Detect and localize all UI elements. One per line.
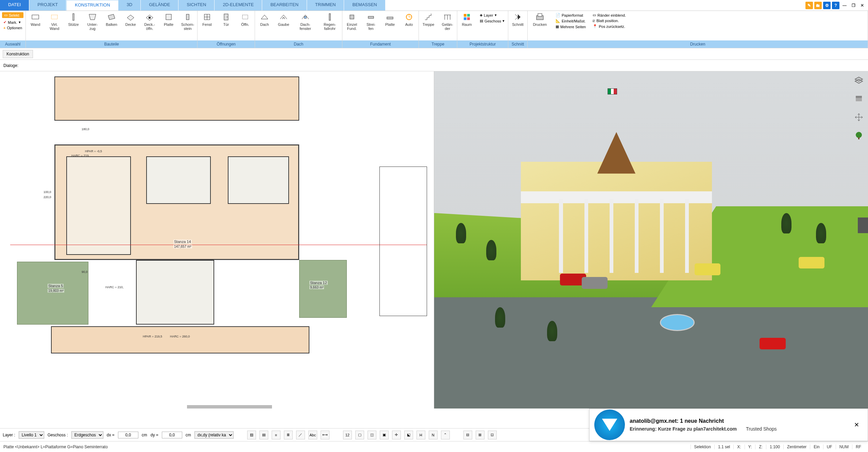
drucken-button[interactable]: Drucken	[528, 11, 552, 40]
tool-row-grid[interactable]: ⊞	[476, 431, 484, 439]
window-close-icon[interactable]: ✕	[858, 2, 866, 9]
menu-tab-2d[interactable]: 2D-ELEMENTE	[215, 0, 262, 11]
fundplatte-button[interactable]: Platte	[380, 11, 399, 40]
tool-snap-sq3[interactable]: ▣	[380, 431, 389, 439]
balken-icon	[107, 12, 116, 22]
dachfenster-button[interactable]: Dach-fenster	[293, 11, 318, 40]
horizontal-scrollbar[interactable]	[187, 405, 272, 408]
tool-dim-icon[interactable]: ⟷	[321, 431, 329, 439]
platte-button[interactable]: Platte	[159, 11, 178, 40]
dach-button[interactable]: Dach	[255, 11, 274, 40]
schornstein-button[interactable]: Schorn-stein	[178, 11, 197, 40]
konstruktion-chip[interactable]: Konstruktion	[3, 50, 33, 58]
fundauto-button[interactable]: Auto	[399, 11, 419, 40]
decke-button[interactable]: Decke	[121, 11, 140, 40]
floorplan-viewport[interactable]: Stanza 14 147,657 m² Stanza 5 19,803 m² …	[0, 71, 434, 408]
stuetze-button[interactable]: Stütze	[64, 11, 83, 40]
stanza12-area: 9,663 m²	[309, 285, 324, 289]
deckoeffn-button[interactable]: Deck.-öffn.	[140, 11, 159, 40]
quick-help-icon[interactable]: ?	[832, 2, 839, 9]
tool-text-icon[interactable]: Abc	[308, 431, 317, 439]
tool-snap-sq2[interactable]: ◫	[368, 431, 376, 439]
tool-snap-h[interactable]: H	[416, 431, 425, 439]
menu-tab-konstruktion[interactable]: KONSTRUKTION	[66, 0, 118, 11]
einheit-item[interactable]: 📐 Einheit/Maßst.	[554, 18, 587, 24]
gelaender-icon	[443, 12, 452, 22]
fenster-button[interactable]: Fenst	[198, 11, 217, 40]
geschoss-select[interactable]: Erdgeschos	[71, 431, 103, 439]
dim-180: 180,0	[82, 127, 89, 131]
gelaender-button[interactable]: Gelän-der	[438, 11, 457, 40]
tool-hatch2-icon[interactable]: ▤	[259, 431, 268, 439]
menu-tab-projekt[interactable]: PROJEKT	[29, 0, 66, 11]
side-drawer-tab[interactable]	[858, 218, 868, 233]
einzelfund-button[interactable]: EinzelFund.	[342, 11, 361, 40]
gaube-button[interactable]: Gaube	[274, 11, 293, 40]
3d-viewport[interactable]	[434, 71, 868, 408]
side-layers-icon[interactable]	[853, 75, 865, 86]
svg-rect-13	[329, 14, 330, 20]
blattpos-item[interactable]: ⎚ Blatt position.	[591, 18, 627, 23]
tool-snap-sq1[interactable]: ▢	[355, 431, 364, 439]
tool-snap-n[interactable]: N	[429, 431, 438, 439]
select-button[interactable]: ▭Selekt	[2, 12, 23, 18]
dy-input[interactable]	[162, 432, 182, 438]
mehrereseiten-item[interactable]: ▦ Mehrere Seiten	[554, 24, 587, 30]
papierformat-item[interactable]: 📄 Papierformat	[554, 12, 587, 18]
layer-dropdown[interactable]: ◈ Layer ▾	[478, 12, 506, 18]
options-button[interactable]: +Optionen	[2, 25, 23, 31]
raender-item[interactable]: ▭ Ränder einblend.	[591, 12, 627, 18]
streifen-button[interactable]: Strei-fen	[361, 11, 380, 40]
window-restore-icon[interactable]: ❐	[850, 2, 857, 9]
mark-dropdown[interactable]: ✔Mark. ▾	[2, 19, 23, 25]
virt-wand-button[interactable]: Virt.Wand	[45, 11, 64, 40]
tool-row-split1[interactable]: ⊟	[463, 431, 472, 439]
menu-tab-3d[interactable]: 3D	[119, 0, 141, 11]
window-minimize-icon[interactable]: —	[841, 2, 848, 9]
menu-tab-trimmen[interactable]: TRIMMEN	[307, 0, 344, 11]
schnitt-button[interactable]: Schnitt	[508, 11, 527, 40]
layer-select[interactable]: Livello 1	[19, 431, 44, 439]
oeffn-button[interactable]: Öffn.	[236, 11, 255, 40]
tool-hatch1-icon[interactable]: ▨	[247, 431, 256, 439]
raum-button[interactable]: Raum	[457, 11, 476, 40]
menu-tab-gelaende[interactable]: GELÄNDE	[141, 0, 178, 11]
coord-select[interactable]: dx,dy (relativ ka	[194, 431, 234, 439]
svg-rect-24	[464, 17, 466, 20]
group-dach: Dach	[255, 40, 342, 48]
menu-tab-sichten[interactable]: SICHTEN	[178, 0, 215, 11]
group-drucken: Drucken	[528, 40, 868, 48]
tool-hatch3-icon[interactable]: ≡	[272, 431, 280, 439]
tool-snap-caret[interactable]: ⌃	[441, 431, 450, 439]
stanza12-label: Stanza 12	[309, 281, 328, 285]
quick-gear-icon[interactable]: ⚙	[823, 2, 831, 9]
poszurueck-item[interactable]: 📍 Pos zurücksetz.	[591, 23, 627, 29]
dx-input[interactable]	[118, 432, 138, 438]
tool-snap-diag[interactable]: ⬕	[404, 431, 413, 439]
email-toast[interactable]: anatolib@gmx.net: 1 neue Nachricht Erinn…	[589, 408, 868, 441]
tool-hatch4-icon[interactable]: ≣	[284, 431, 293, 439]
unterzug-button[interactable]: Unter-zug	[83, 11, 102, 40]
side-furniture-icon[interactable]	[853, 93, 865, 105]
tuer-button[interactable]: Tür	[217, 11, 236, 40]
quick-folder-icon[interactable]: 🖿	[814, 2, 822, 9]
quick-tip-icon[interactable]: ✎	[805, 2, 813, 9]
tool-snap-12[interactable]: 12	[343, 431, 352, 439]
balken-button[interactable]: Balken	[102, 11, 121, 40]
tool-line-icon[interactable]: ／	[296, 431, 305, 439]
menu-tab-datei[interactable]: DATEI	[0, 0, 29, 11]
side-tree-icon[interactable]	[853, 130, 865, 141]
dim-harc1: HARC = 219,	[71, 154, 89, 157]
menu-tab-bemassen[interactable]: BEMASSEN	[344, 0, 385, 11]
menu-tab-bearbeiten[interactable]: BEARBEITEN	[262, 0, 307, 11]
tool-snap-cross[interactable]: ✛	[392, 431, 401, 439]
wand-button[interactable]: Wand	[26, 11, 45, 40]
toast-close-icon[interactable]: ✕	[854, 421, 868, 429]
tool-row-split2[interactable]: ⊡	[488, 431, 497, 439]
schornstein-icon	[183, 12, 192, 22]
svg-rect-2	[73, 14, 74, 20]
regenfallrohr-button[interactable]: Regen-fallrohr	[318, 11, 342, 40]
treppe-button[interactable]: Treppe	[419, 11, 438, 40]
side-move-icon[interactable]	[853, 111, 865, 123]
geschoss-dropdown[interactable]: ▤ Geschoss ▾	[478, 18, 506, 24]
